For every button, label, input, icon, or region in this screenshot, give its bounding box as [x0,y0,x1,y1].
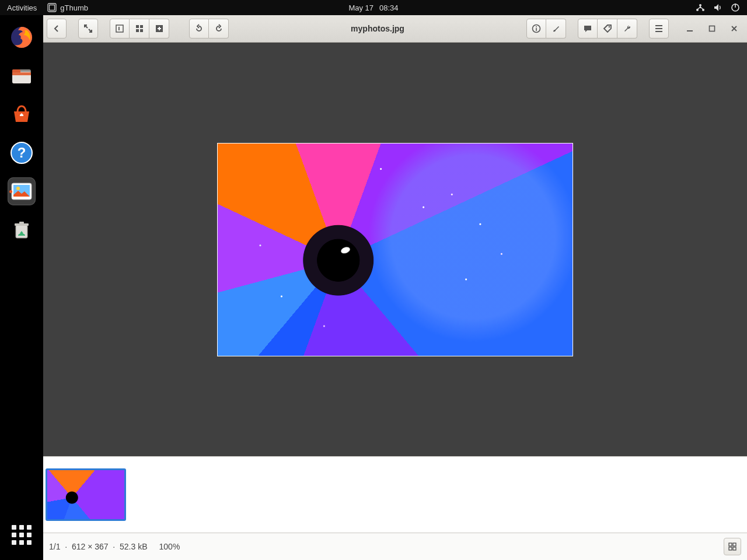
svg-point-2 [699,4,701,6]
dock-gthumb[interactable] [8,177,36,205]
image-viewer-area[interactable] [43,43,747,456]
dock-software[interactable] [8,100,36,128]
chevron-left-icon [53,24,61,33]
power-icon[interactable] [731,3,740,12]
svg-rect-22 [19,222,24,224]
svg-rect-32 [536,26,537,27]
svg-text:?: ? [18,145,26,160]
window-title: myphotos.jpg [232,24,523,33]
help-icon: ? [9,141,34,165]
svg-point-33 [608,26,610,28]
rotate-ccw-icon [194,24,204,33]
tag-icon [603,24,612,33]
dock-help[interactable]: ? [8,139,36,167]
svg-rect-31 [536,28,537,31]
plus-icon [155,24,164,33]
svg-rect-27 [136,29,139,32]
window-close[interactable] [725,20,743,37]
fullscreen-button[interactable] [78,19,98,38]
fit-icon [135,24,144,33]
zoom-in-button[interactable] [149,19,169,38]
tools-button[interactable] [617,19,637,38]
volume-icon[interactable] [713,4,722,12]
gthumb-menu-icon [47,3,57,12]
svg-rect-37 [733,543,736,546]
zoom-group [110,19,169,38]
clock-date: May 17 [348,4,374,12]
hamburger-menu[interactable] [649,19,669,38]
svg-rect-35 [710,26,715,32]
rotate-cw-icon [214,24,224,33]
menu-icon [654,24,664,33]
network-icon[interactable] [696,4,705,12]
svg-rect-7 [735,4,736,8]
browser-view-button[interactable] [724,538,741,555]
rotate-right-button[interactable] [209,19,229,38]
thumbnail-item[interactable] [46,468,126,521]
svg-rect-1 [50,5,55,10]
rotate-left-button[interactable] [189,19,209,38]
zoom-actual-button[interactable] [110,19,130,38]
window-minimize[interactable] [680,20,699,37]
comment-icon [583,24,592,33]
svg-rect-26 [140,25,143,28]
svg-rect-24 [118,27,120,30]
properties-button[interactable] [526,19,546,38]
maximize-icon [708,25,715,32]
svg-rect-34 [687,30,693,32]
zoom-fit-button[interactable] [130,19,149,38]
svg-rect-38 [729,547,732,550]
software-center-icon [9,102,34,127]
status-zoom: 100% [159,542,180,551]
svg-rect-36 [729,543,732,546]
one-to-one-icon [115,24,124,33]
annotate-group [578,19,637,38]
window-maximize[interactable] [703,20,721,37]
back-button[interactable] [47,19,67,38]
gnome-top-bar: Activities gThumb May 17 08:34 [0,0,747,15]
comment-button[interactable] [578,19,598,38]
wrench-icon [623,24,632,33]
info-group [526,19,566,38]
svg-rect-12 [12,72,31,75]
rotate-group [189,19,229,38]
status-bar: 1/1 · 612 × 367 · 52.3 kB 100% [43,533,747,560]
svg-rect-13 [20,115,23,116]
minimize-icon [686,25,693,32]
svg-point-19 [16,187,20,190]
show-applications[interactable] [9,523,34,547]
close-icon [731,25,738,32]
dock-firefox[interactable] [8,23,36,51]
brush-icon [551,24,561,33]
fullscreen-icon [83,24,93,33]
thumbnail-strip [43,456,747,533]
activities-button[interactable]: Activities [7,4,37,12]
tags-button[interactable] [598,19,617,38]
svg-rect-25 [136,25,139,28]
gthumb-window: myphotos.jpg [43,15,747,560]
svg-rect-39 [733,547,736,550]
trash-icon [10,218,33,242]
displayed-image [217,143,573,356]
info-icon [532,24,541,33]
files-icon [9,64,34,88]
firefox-icon [9,25,34,50]
ubuntu-dock: ? [0,15,43,560]
running-indicator [9,190,12,193]
status-position: 1/1 [49,542,60,551]
clock[interactable]: May 17 08:34 [348,4,398,12]
edit-button[interactable] [546,19,566,38]
dock-files[interactable] [8,62,36,90]
status-summary: 1/1 · 612 × 367 · 52.3 kB [49,542,148,551]
header-bar: myphotos.jpg [43,15,747,43]
svg-rect-28 [140,29,143,32]
svg-rect-23 [116,25,123,32]
dock-trash[interactable] [8,216,36,244]
status-dimensions: 612 × 367 [72,542,109,551]
app-menu-label: gThumb [60,4,88,12]
gthumb-icon [10,180,33,203]
status-filesize: 52.3 kB [120,542,147,551]
clock-time: 08:34 [379,4,399,12]
grid-icon [728,542,737,551]
app-menu[interactable]: gThumb [47,3,88,12]
